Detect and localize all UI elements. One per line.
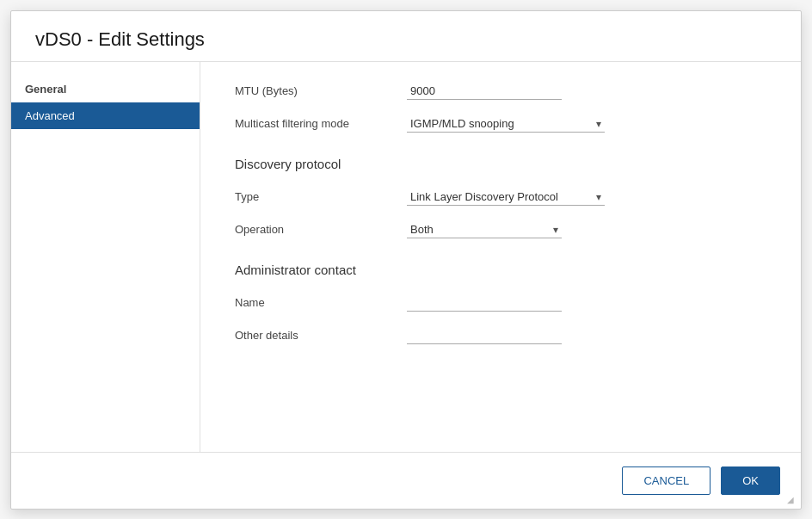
operation-label: Operation	[235, 223, 407, 236]
operation-select-wrapper: Both Listen Advertise	[407, 221, 562, 238]
other-details-label: Other details	[235, 329, 407, 342]
ok-button[interactable]: OK	[721, 466, 780, 495]
sidebar: General Advanced	[11, 62, 200, 452]
basic-section: MTU (Bytes) Multicast filtering mode IGM…	[235, 83, 766, 133]
dialog-title: vDS0 - Edit Settings	[35, 28, 777, 51]
mtu-control	[407, 83, 562, 100]
discovery-type-select-wrapper: Link Layer Discovery Protocol CDP Both D…	[407, 188, 605, 206]
discovery-section: Discovery protocol Type Link Layer Disco…	[235, 157, 766, 238]
other-details-input[interactable]	[407, 327, 562, 344]
discovery-type-label: Type	[235, 190, 407, 203]
multicast-select[interactable]: IGMP/MLD snooping None	[407, 115, 605, 133]
sidebar-item-advanced[interactable]: Advanced	[11, 102, 200, 129]
admin-name-label: Name	[235, 296, 407, 309]
dialog-header: vDS0 - Edit Settings	[11, 11, 801, 62]
other-details-control	[407, 327, 562, 344]
discovery-type-control: Link Layer Discovery Protocol CDP Both D…	[407, 188, 605, 206]
mtu-row: MTU (Bytes)	[235, 83, 766, 100]
multicast-row: Multicast filtering mode IGMP/MLD snoopi…	[235, 115, 766, 133]
mtu-label: MTU (Bytes)	[235, 84, 407, 97]
sidebar-group-general: General	[11, 76, 200, 102]
dialog-body: General Advanced MTU (Bytes) Multicast f…	[11, 62, 801, 452]
multicast-label: Multicast filtering mode	[235, 117, 407, 130]
admin-name-row: Name	[235, 294, 766, 312]
mtu-input[interactable]	[407, 83, 562, 100]
discovery-type-row: Type Link Layer Discovery Protocol CDP B…	[235, 188, 766, 206]
admin-section: Administrator contact Name Other details	[235, 263, 766, 344]
resize-handle[interactable]: ◢	[787, 495, 797, 505]
admin-name-input[interactable]	[407, 294, 562, 312]
main-content: MTU (Bytes) Multicast filtering mode IGM…	[200, 62, 801, 452]
discovery-type-select[interactable]: Link Layer Discovery Protocol CDP Both D…	[407, 188, 605, 206]
operation-select[interactable]: Both Listen Advertise	[407, 221, 562, 238]
dialog-footer: CANCEL OK	[11, 452, 801, 509]
discovery-section-title: Discovery protocol	[235, 157, 766, 175]
other-details-row: Other details	[235, 327, 766, 344]
admin-name-control	[407, 294, 562, 312]
operation-row: Operation Both Listen Advertise	[235, 221, 766, 238]
edit-settings-dialog: vDS0 - Edit Settings General Advanced MT…	[10, 10, 802, 510]
multicast-select-wrapper: IGMP/MLD snooping None	[407, 115, 605, 133]
cancel-button[interactable]: CANCEL	[622, 466, 710, 495]
operation-control: Both Listen Advertise	[407, 221, 562, 238]
multicast-control: IGMP/MLD snooping None	[407, 115, 605, 133]
admin-section-title: Administrator contact	[235, 263, 766, 281]
